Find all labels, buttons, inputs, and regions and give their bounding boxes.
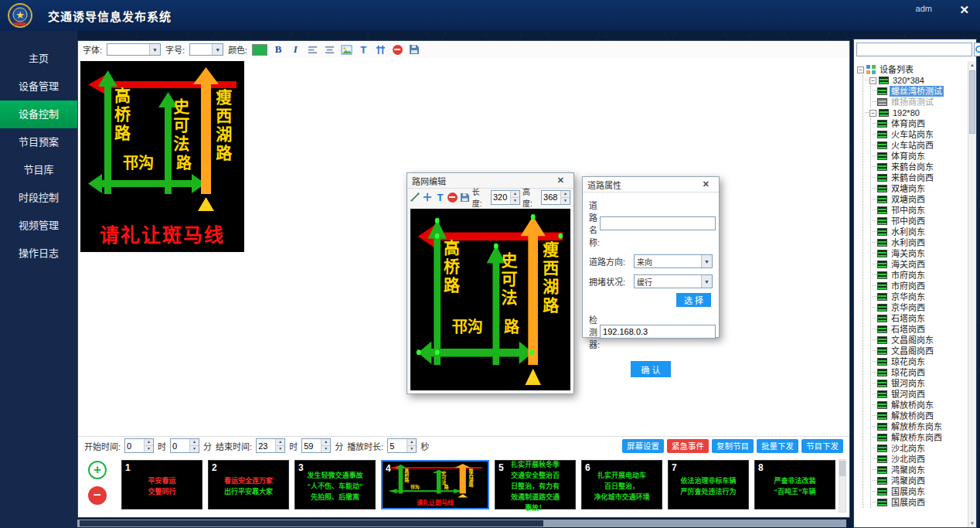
tree-device-1-28[interactable]: 解放桥东岗东 [873,421,968,432]
playlist-scrollbar[interactable] [839,459,846,513]
select-button[interactable]: 选 择 [676,293,711,307]
delete-icon[interactable] [391,43,403,56]
playlist-item-1[interactable]: 1平安春运交警同行 [121,460,202,509]
playlist-item-5[interactable]: 5扎实开展秋冬季交通安全整治百日整治，有力有效遏制道路交通事故！ [495,460,576,509]
collapse-icon[interactable]: − [869,77,876,84]
stepper-arrows[interactable]: ▲▼ [189,439,199,452]
collapse-icon[interactable]: − [857,66,864,73]
tree-device-1-5[interactable]: 来鹤台岗西 [873,172,968,183]
collapse-icon[interactable]: − [869,110,876,117]
playlist-item-3[interactable]: 3发生轻微交通事故“人不伤、车能动”先拍照、后撤离 [294,460,376,509]
user-label[interactable]: adm [916,4,932,13]
confirm-button[interactable]: 确 认 [631,361,670,377]
dialog-titlebar[interactable]: 路网编辑 ✕ [407,173,573,189]
road-name-input[interactable] [600,216,716,230]
delete-tool-icon[interactable] [447,192,458,203]
sidebar-item-5[interactable]: 时段控制 [0,184,77,212]
sidebar-item-3[interactable]: 节目预案 [0,128,77,156]
length-input[interactable] [492,191,510,204]
tree-device-1-25[interactable]: 银河岗西 [873,389,968,400]
action-button-0[interactable]: 屏幕设置 [622,439,664,453]
tree-device-1-17[interactable]: 京华岗西 [873,302,968,313]
dialog-titlebar[interactable]: 道路属性 ✕ [583,177,719,192]
sidebar-item-2[interactable]: 设备控制 [0,100,77,128]
tree-device-0-1[interactable]: 维扬商测试 [873,97,968,107]
stepper-arrows[interactable]: ▲▼ [321,439,330,452]
roadnet-canvas[interactable]: 高桥路 史可法 瘦西湖路 邗沟 路 [410,209,570,390]
stepper-arrows[interactable]: ▲▼ [510,191,519,204]
tree-device-1-23[interactable]: 琼花岗西 [873,367,968,378]
tree-device-1-13[interactable]: 海关岗西 [873,259,968,270]
scroll-up-icon[interactable]: ▲ [968,61,976,69]
action-button-2[interactable]: 复制节目 [712,439,754,453]
align-center-icon[interactable] [323,43,335,56]
playlist-item-7[interactable]: 7依法治理非标车辆严厉查处违法行为 [668,460,749,509]
tree-device-1-33[interactable]: 鸿聚岗西 [873,475,968,486]
tree-device-1-10[interactable]: 水利岗东 [873,227,968,237]
duration-stepper[interactable]: ▲▼ [387,438,417,453]
tree-scrollbar[interactable]: ▲ ▼ [968,61,976,527]
tree-device-1-14[interactable]: 市府岗东 [873,270,968,281]
start-min-stepper[interactable]: ▲▼ [170,438,199,453]
tree-device-1-30[interactable]: 沙北岗东 [873,443,968,454]
close-icon[interactable]: ✕ [553,175,569,186]
stepper-arrows[interactable]: ▲▼ [407,439,416,452]
tree-device-1-7[interactable]: 双塘岗西 [873,194,968,205]
color-swatch[interactable] [252,44,267,56]
tree-device-1-1[interactable]: 火车站岗东 [873,129,968,140]
tree-device-1-12[interactable]: 海关岗东 [873,248,968,259]
sidebar-item-1[interactable]: 设备管理 [0,73,77,100]
tree-device-1-15[interactable]: 市府岗西 [873,281,968,291]
height-stepper[interactable]: ▲▼ [541,190,570,205]
detector-input[interactable] [600,325,716,339]
tree-device-1-16[interactable]: 京华岗东 [873,291,968,302]
tree-device-1-34[interactable]: 国展岗东 [873,486,968,497]
tree-device-1-11[interactable]: 水利岗西 [873,237,968,248]
device-search-input[interactable] [856,43,972,56]
playlist-item-8[interactable]: 8严查非法改装“百吨王”车辆 [754,460,835,509]
end-min-input[interactable] [302,439,321,452]
tree-device-1-9[interactable]: 邗中岗西 [873,216,968,227]
scroll-down-icon[interactable]: ▼ [968,519,976,527]
search-button[interactable] [974,43,980,56]
stepper-arrows[interactable]: ▲▼ [144,439,153,452]
tree-group-0[interactable]: −320*384 [865,75,968,86]
scrollbar-thumb[interactable] [969,70,975,134]
sidebar-item-7[interactable]: 操作日志 [0,240,77,267]
save-tool-icon[interactable] [460,192,470,203]
length-stepper[interactable]: ▲▼ [491,190,520,205]
stepper-arrows[interactable]: ▲▼ [560,191,570,204]
text-icon[interactable]: T [357,43,369,56]
tree-device-1-18[interactable]: 石塔岗东 [873,313,968,324]
tree-device-1-24[interactable]: 银河岗东 [873,378,968,389]
action-button-3[interactable]: 批量下发 [757,439,798,453]
line-tool-icon[interactable] [410,192,420,203]
tree-device-0-0[interactable]: 螺丝湾桥测试 [873,86,968,97]
start-hour-input[interactable] [125,439,144,452]
tree-device-1-8[interactable]: 邗中岗东 [873,205,968,216]
action-button-4[interactable]: 节目下发 [801,439,843,453]
font-select[interactable]: ▼ [107,43,161,56]
horizontal-scrollbar[interactable] [77,519,846,527]
sidebar-item-0[interactable]: 主页 [0,45,77,73]
stepper-arrows[interactable]: ▲▼ [275,439,284,452]
move-tool-icon[interactable] [423,192,433,203]
italic-icon[interactable]: I [289,43,301,56]
duration-input[interactable] [388,439,407,452]
tree-device-1-4[interactable]: 来鹤台岗东 [873,162,968,172]
tree-device-1-0[interactable]: 体育岗西 [873,118,968,129]
columns-icon[interactable] [374,43,386,56]
action-button-1[interactable]: 紧急事件 [667,439,709,453]
save-icon[interactable] [408,43,420,56]
add-program-button[interactable]: + [88,461,107,479]
sidebar-item-6[interactable]: 视频管理 [0,212,77,240]
tree-device-1-26[interactable]: 解放桥岗东 [873,400,968,410]
start-hour-stepper[interactable]: ▲▼ [124,438,154,453]
size-select[interactable]: ▼ [189,43,223,56]
playlist-item-6[interactable]: 6扎实开展电动车百日整治，净化城市交通环境 [581,460,662,509]
height-input[interactable] [542,191,560,204]
bold-icon[interactable]: B [272,43,284,56]
tree-device-1-31[interactable]: 沙北岗西 [873,454,968,465]
close-button[interactable]: ✕ [954,3,974,17]
text-tool-icon[interactable]: T [435,192,445,203]
